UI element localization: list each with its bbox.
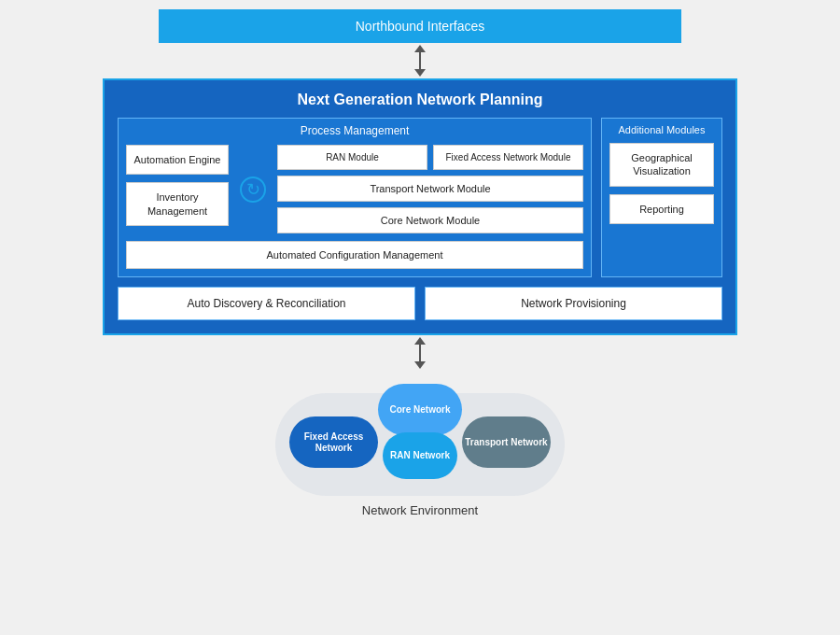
bottom-row: Auto Discovery & Reconciliation Network … <box>118 287 722 320</box>
arrow-line2 <box>419 345 421 361</box>
core-network-label: Core Network Module <box>381 215 480 226</box>
main-title: Next Generation Network Planning <box>118 92 722 108</box>
fixed-access-label: Fixed Access Network Module <box>446 152 571 162</box>
geo-viz-label: Geographical Visualization <box>631 152 692 176</box>
arrow-north-to-main <box>414 45 426 77</box>
network-env-label: Network Environment <box>362 503 478 517</box>
core-network-box: Core Network Module <box>277 207 583 233</box>
automation-engine-label: Automation Engine <box>134 154 221 165</box>
additional-title: Additional Modules <box>609 124 714 135</box>
auto-config-label: Automated Configuration Management <box>267 249 443 261</box>
additional-box: Additional Modules Geographical Visualiz… <box>601 118 722 277</box>
geo-viz-box: Geographical Visualization <box>609 143 714 187</box>
cloud-group: Core Network Fixed Access Network RAN Ne… <box>261 374 579 496</box>
northbound-box: Northbound Interfaces <box>159 9 681 43</box>
cloud-transport: Transport Network <box>462 416 551 468</box>
northbound-label: Northbound Interfaces <box>356 19 485 34</box>
inner-area: Process Management Automation Engine Inv… <box>118 118 722 277</box>
cloud-fixed-label: Fixed Access Network <box>289 431 378 454</box>
arrow-down-head2 <box>414 361 426 369</box>
main-diagram: Northbound Interfaces 3rd Party Systems … <box>19 9 821 626</box>
process-mgmt-box: Process Management Automation Engine Inv… <box>118 118 592 277</box>
left-col: Automation Engine Inventory Management <box>126 145 229 233</box>
cloud-fixed: Fixed Access Network <box>289 416 378 468</box>
diagram-wrapper: 3rd Party Systems Next Generation Networ… <box>65 78 775 335</box>
inventory-mgmt-label: Inventory Management <box>147 191 207 216</box>
right-top-row: RAN Module Fixed Access Network Module <box>277 145 583 170</box>
arrow-up-head <box>414 45 426 52</box>
auto-discovery-box: Auto Discovery & Reconciliation <box>118 287 415 320</box>
cloud-ran: RAN Network <box>383 432 457 479</box>
arrow-main-to-cloud <box>414 337 426 369</box>
auto-config-box: Automated Configuration Management <box>126 241 583 269</box>
automation-engine-box: Automation Engine <box>126 145 229 175</box>
cloud-core-label: Core Network <box>389 404 450 416</box>
arrow-up-head2 <box>414 337 426 345</box>
process-mgmt-title: Process Management <box>126 124 583 137</box>
cloud-ran-label: RAN Network <box>390 450 450 461</box>
transport-network-label: Transport Network Module <box>370 183 490 194</box>
network-provisioning-box: Network Provisioning <box>425 287 722 320</box>
ran-module-label: RAN Module <box>326 152 379 162</box>
sync-icon-container <box>236 145 270 233</box>
reporting-label: Reporting <box>639 204 684 215</box>
cloud-core: Core Network <box>378 384 462 435</box>
network-provisioning-label: Network Provisioning <box>521 297 626 310</box>
modules-row: Automation Engine Inventory Management <box>126 145 583 233</box>
arrow-line <box>419 52 421 69</box>
reporting-box: Reporting <box>609 194 714 224</box>
cloud-transport-label: Transport Network <box>465 437 547 448</box>
arrow-down-head <box>414 69 426 77</box>
ran-module-box: RAN Module <box>277 145 427 170</box>
right-col: RAN Module Fixed Access Network Module T… <box>277 145 583 233</box>
sync-icon <box>240 176 266 203</box>
fixed-access-box: Fixed Access Network Module <box>433 145 583 170</box>
transport-network-box: Transport Network Module <box>277 176 583 202</box>
cloud-section: Core Network Fixed Access Network RAN Ne… <box>233 374 607 517</box>
main-container: Next Generation Network Planning Process… <box>103 78 737 335</box>
auto-discovery-label: Auto Discovery & Reconciliation <box>187 297 345 310</box>
inventory-mgmt-box: Inventory Management <box>126 182 229 226</box>
